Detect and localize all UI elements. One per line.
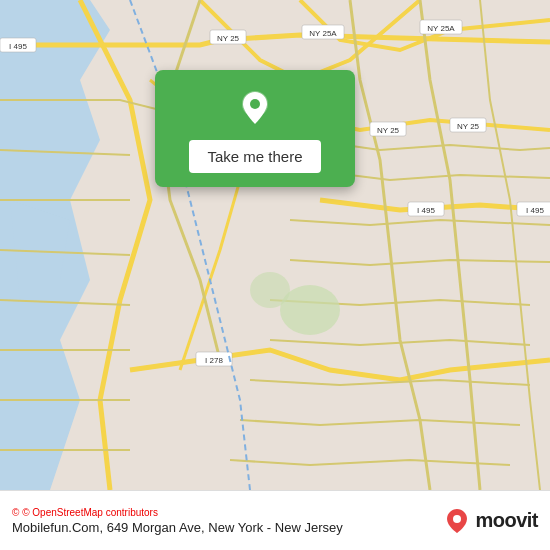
svg-text:I 278: I 278 <box>205 356 223 365</box>
info-bar: © © OpenStreetMap contributors Mobilefun… <box>0 490 550 550</box>
info-left: © © OpenStreetMap contributors Mobilefun… <box>12 507 343 535</box>
svg-text:I 495: I 495 <box>526 206 544 215</box>
osm-credit-text: © OpenStreetMap contributors <box>22 507 158 518</box>
take-me-there-button[interactable]: Take me there <box>189 140 320 173</box>
svg-text:NY 25: NY 25 <box>457 122 480 131</box>
svg-text:NY 25A: NY 25A <box>427 24 455 33</box>
map-container: NY 25 NY 25A NY 25A NY 25 NY 25 I 495 I … <box>0 0 550 490</box>
location-text: Mobilefun.Com, 649 Morgan Ave, New York … <box>12 520 343 535</box>
svg-point-22 <box>250 99 260 109</box>
location-card: Take me there <box>155 70 355 187</box>
svg-text:NY 25: NY 25 <box>377 126 400 135</box>
moovit-logo-text: moovit <box>475 509 538 532</box>
svg-point-2 <box>250 272 290 308</box>
svg-text:I 495: I 495 <box>9 42 27 51</box>
moovit-pin-icon <box>443 507 471 535</box>
svg-point-23 <box>453 515 461 523</box>
moovit-logo: moovit <box>443 507 538 535</box>
svg-text:NY 25A: NY 25A <box>309 29 337 38</box>
svg-text:NY 25: NY 25 <box>217 34 240 43</box>
osm-credit: © © OpenStreetMap contributors <box>12 507 343 518</box>
location-pin-icon <box>233 86 277 130</box>
svg-text:I 495: I 495 <box>417 206 435 215</box>
